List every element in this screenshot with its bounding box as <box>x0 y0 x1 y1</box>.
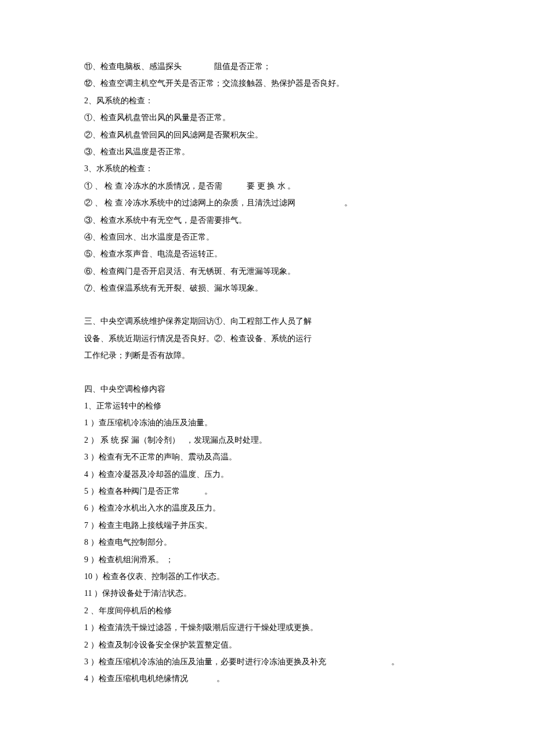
text-line: 7 ）检查主电路上接线端子并压实。 <box>84 517 450 534</box>
text-line: 2 ） 系 统 探 漏（制冷剂） ，发现漏点及时处理。 <box>84 432 450 448</box>
text-line: 2、风系统的检查： <box>84 92 450 109</box>
text-line: 1 ）查压缩机冷冻油的油压及油量。 <box>84 414 450 431</box>
text-line: 11 ）保持设备处于清洁状态。 <box>84 585 450 602</box>
text-line: ①、检查风机盘管出风的风量是否正常。 <box>84 109 450 126</box>
text-line: 三、中央空调系统维护保养定期回访①、向工程部工作人员了解 <box>84 313 450 330</box>
text-line: 3 ）检查有无不正常的声响、震动及高温。 <box>84 448 450 465</box>
text-line: 1 ）检查清洗干燥过滤器，干燥剂吸潮后应进行干燥处理或更换。 <box>84 619 450 636</box>
text-line: ③、检查出风温度是否正常。 <box>84 143 450 160</box>
text-line: ⑦、检查保温系统有无开裂、破损、漏水等现象。 <box>84 280 450 296</box>
text-line: 四、中央空调检修内容 <box>84 381 450 397</box>
text-line: ⑪、检查电脑板、感温探头 阻值是否正常； <box>84 58 450 75</box>
text-line: ⑫、检查空调主机空气开关是否正常；交流接触器、热保护器是否良好。 <box>84 75 450 92</box>
text-line: 4 ）检查压缩机电机绝缘情况 。 <box>84 670 450 687</box>
text-line: 8 ）检查电气控制部分。 <box>84 534 450 551</box>
text-line: 4 ）检查冷凝器及冷却器的温度、压力。 <box>84 466 450 483</box>
section-4: 四、中央空调检修内容 1、正常运转中的检修 1 ）查压缩机冷冻油的油压及油量。 … <box>84 381 450 688</box>
text-line: ④、检查回水、出水温度是否正常。 <box>84 229 450 245</box>
text-line: ③、检查水系统中有无空气，是否需要排气。 <box>84 212 450 229</box>
text-line: 10 ）检查各仪表、控制器的工作状态。 <box>84 568 450 585</box>
section-3: 三、中央空调系统维护保养定期回访①、向工程部工作人员了解 设备、系统近期运行情况… <box>84 313 450 364</box>
text-line: 3 ）检查压缩机冷冻油的油压及油量，必要时进行冷冻油更换及补充 。 <box>84 653 450 670</box>
text-line: ② 、 检 查 冷冻水系统中的过滤网上的杂质，且清洗过滤网 。 <box>84 194 450 211</box>
text-line: 5 ）检查各种阀门是否正常 。 <box>84 483 450 500</box>
text-line: 2 ）检查及制冷设备安全保护装置整定值。 <box>84 636 450 653</box>
section-gap <box>84 364 450 381</box>
text-line: 1、正常运转中的检修 <box>84 397 450 414</box>
section-gap <box>84 296 450 313</box>
text-line: 6 ）检查冷水机出入水的温度及压力。 <box>84 500 450 516</box>
text-line: ②、检查风机盘管回风的回风滤网是否聚积灰尘。 <box>84 126 450 143</box>
text-line: 3、水系统的检查： <box>84 160 450 177</box>
section-checks: ⑪、检查电脑板、感温探头 阻值是否正常； ⑫、检查空调主机空气开关是否正常；交流… <box>84 58 450 296</box>
text-line: ⑥、检查阀门是否开启灵活、有无锈斑、有无泄漏等现象。 <box>84 263 450 280</box>
text-line: 设备、系统近期运行情况是否良好。②、检查设备、系统的运行 <box>84 330 450 347</box>
text-line: 2 、年度间停机后的检修 <box>84 602 450 619</box>
document-body: ⑪、检查电脑板、感温探头 阻值是否正常； ⑫、检查空调主机空气开关是否正常；交流… <box>84 58 450 688</box>
text-line: ⑤、检查水泵声音、电流是否运转正。 <box>84 245 450 262</box>
text-line: 工作纪录；判断是否有故障。 <box>84 347 450 364</box>
text-line: 9 ）检查机组润滑系。 ； <box>84 551 450 568</box>
text-line: ① 、 检 查 冷冻水的水质情况，是否需 要 更 换 水 。 <box>84 178 450 194</box>
